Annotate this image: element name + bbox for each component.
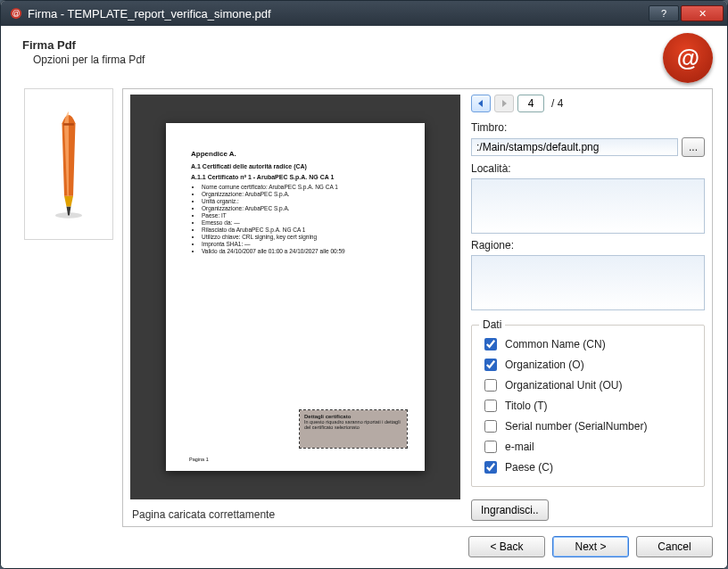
dati-item-label: Organization (O) bbox=[505, 359, 584, 371]
doc-bullet: Emesso da: — bbox=[202, 219, 403, 226]
dati-item-label: Titolo (T) bbox=[505, 400, 548, 412]
svg-marker-7 bbox=[502, 100, 507, 107]
header-row: Firma Pdf Opzioni per la firma Pdf @ bbox=[15, 38, 713, 83]
dialog-window: @ Firma - TEMPLATE_report_verifica_simon… bbox=[0, 0, 728, 569]
close-button[interactable]: ✕ bbox=[681, 5, 724, 21]
doc-page-footer: Pagina 1 bbox=[189, 457, 209, 462]
dati-item[interactable]: e-mail bbox=[481, 438, 695, 456]
page-title: Firma Pdf bbox=[22, 38, 663, 52]
dati-checkbox[interactable] bbox=[484, 420, 497, 433]
pen-illustration bbox=[24, 88, 113, 240]
app-icon: @ bbox=[10, 7, 22, 20]
svg-text:@: @ bbox=[12, 9, 21, 18]
browse-stamp-button[interactable]: ... bbox=[682, 137, 705, 157]
current-page-input[interactable] bbox=[517, 95, 544, 112]
doc-bullet: Nome comune certificato: ArubaPEC S.p.A.… bbox=[202, 184, 403, 190]
doc-bullet: Valido da 24/10/2007 alle 01:00 a 24/10/… bbox=[202, 248, 403, 254]
stamp-label: Timbro: bbox=[471, 121, 705, 134]
dati-item[interactable]: Serial number (SerialNumber) bbox=[481, 417, 695, 435]
pdf-page: Appendice A. A.1 Certificati delle autor… bbox=[166, 123, 425, 471]
titlebar: @ Firma - TEMPLATE_report_verifica_simon… bbox=[1, 1, 727, 26]
wax-seal-icon: @ bbox=[663, 33, 713, 83]
help-button[interactable]: ? bbox=[649, 5, 679, 21]
dati-item-label: Common Name (CN) bbox=[505, 338, 606, 350]
dati-item[interactable]: Paese (C) bbox=[481, 458, 695, 476]
next-button[interactable]: Next > bbox=[552, 536, 629, 557]
sig-body: In questo riquadro saranno riportati i d… bbox=[304, 419, 402, 430]
doc-bullet: Organizzazione: ArubaPEC S.p.A. bbox=[202, 205, 403, 211]
client-area: Firma Pdf Opzioni per la firma Pdf @ bbox=[1, 26, 727, 568]
doc-bullet: Unità organiz.: bbox=[202, 198, 403, 204]
signature-placeholder[interactable]: Dettagli certificato In questo riquadro … bbox=[300, 410, 407, 448]
window-title: Firma - TEMPLATE_report_verifica_simone.… bbox=[28, 7, 271, 21]
dati-checkbox[interactable] bbox=[484, 379, 497, 392]
dati-item[interactable]: Titolo (T) bbox=[481, 397, 695, 415]
back-button[interactable]: < Back bbox=[468, 536, 545, 557]
reason-input[interactable] bbox=[471, 255, 705, 310]
doc-bullet: Utilizzo chiave: CRL signing, key cert s… bbox=[202, 234, 403, 240]
page-subtitle: Opzioni per la firma Pdf bbox=[33, 54, 663, 66]
svg-rect-5 bbox=[63, 123, 74, 126]
pdf-preview-pane[interactable]: Appendice A. A.1 Certificati delle autor… bbox=[130, 95, 460, 499]
dati-item[interactable]: Common Name (CN) bbox=[481, 335, 695, 353]
dati-checkbox[interactable] bbox=[484, 338, 497, 350]
doc-title: Appendice A. bbox=[191, 150, 403, 158]
dati-checkbox[interactable] bbox=[484, 461, 497, 474]
zoom-button[interactable]: Ingrandisci.. bbox=[471, 499, 549, 521]
doc-section: A.1 Certificati delle autorità radice (C… bbox=[191, 163, 403, 169]
prev-page-button[interactable] bbox=[471, 95, 491, 112]
dati-item-label: Serial number (SerialNumber) bbox=[505, 420, 647, 433]
doc-bullet: Rilasciato da ArubaPEC S.p.A. NG CA 1 bbox=[202, 227, 403, 233]
location-input[interactable] bbox=[471, 178, 705, 234]
svg-marker-4 bbox=[64, 196, 73, 207]
dati-checkbox[interactable] bbox=[484, 359, 497, 371]
dati-item[interactable]: Organization (O) bbox=[481, 356, 695, 374]
dati-group: Dati Common Name (CN)Organization (O)Org… bbox=[471, 325, 705, 487]
dati-item-label: e-mail bbox=[505, 441, 534, 453]
dati-group-label: Dati bbox=[479, 318, 505, 331]
page-total-label: / 4 bbox=[548, 97, 563, 110]
status-text: Pagina caricata correttamente bbox=[130, 505, 460, 521]
doc-subsection: A.1.1 Certificato nº 1 - ArubaPEC S.p.A.… bbox=[191, 174, 403, 180]
reason-label: Ragione: bbox=[471, 239, 705, 252]
svg-marker-6 bbox=[478, 100, 483, 107]
dati-item[interactable]: Organizational Unit (OU) bbox=[481, 376, 695, 394]
doc-bullet: Paese: IT bbox=[202, 212, 403, 219]
stamp-path-input[interactable] bbox=[471, 138, 678, 156]
cancel-button[interactable]: Cancel bbox=[636, 536, 713, 557]
doc-bullet: Impronta SHA1: — bbox=[202, 241, 403, 247]
location-label: Località: bbox=[471, 162, 705, 175]
doc-bullets: Nome comune certificato: ArubaPEC S.p.A.… bbox=[202, 184, 403, 254]
dati-item-label: Organizational Unit (OU) bbox=[505, 379, 622, 392]
next-page-button[interactable] bbox=[494, 95, 514, 112]
dati-checkbox[interactable] bbox=[484, 400, 497, 412]
doc-bullet: Organizzazione: ArubaPEC S.p.A. bbox=[202, 191, 403, 197]
dati-checkbox[interactable] bbox=[484, 441, 497, 453]
dati-item-label: Paese (C) bbox=[505, 461, 553, 474]
wizard-footer: < Back Next > Cancel bbox=[122, 536, 713, 557]
